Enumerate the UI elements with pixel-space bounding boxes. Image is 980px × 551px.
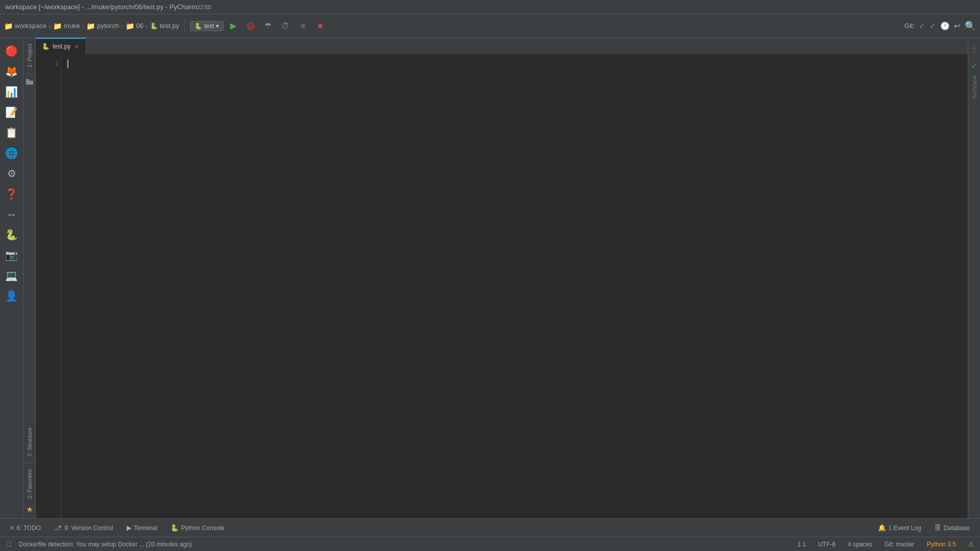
database-icon: 🗄 <box>935 524 941 532</box>
toolbar: 📁 workspace › 📁 muke › 📁 pytorch › 📁 06 … <box>0 14 980 38</box>
tabs-bar: 🐍 test.py ✕ <box>36 38 968 55</box>
sidebar-icon-pycharm[interactable]: 🐍 <box>3 226 21 244</box>
bottom-tab-todo[interactable]: ≡ 6: TODO <box>4 522 47 534</box>
breadcrumb-pytorch[interactable]: 📁 pytorch <box>86 22 119 30</box>
git-label: Git: <box>904 22 915 30</box>
main-layout: 🔴 🦊 📊 📝 📋 🌐 ⚙ ❓ ↔ 🐍 📷 💻 👤 1: Project 7: … <box>0 38 980 518</box>
panel-favorites[interactable]: 2: Favorites <box>26 467 34 500</box>
sidebar-icon-presentation[interactable]: 📋 <box>3 123 21 142</box>
time-display: 22:50 <box>197 4 211 10</box>
editor-area: 🐍 test.py ✕ 1 <box>36 38 968 518</box>
bottom-tab-vcs[interactable]: ⎇ 9: Version Control <box>48 522 119 534</box>
cursor-line <box>67 59 962 68</box>
breadcrumb-sep-1: › <box>48 22 51 30</box>
breadcrumb-06[interactable]: 📁 06 <box>126 22 143 30</box>
breadcrumb-testpy-label: test.py <box>160 22 179 30</box>
python-console-icon: 🐍 <box>170 524 179 532</box>
tab-label: test.py <box>53 43 70 50</box>
todo-icon: ≡ <box>10 524 14 532</box>
status-python[interactable]: Python 3.5 <box>927 541 956 548</box>
breadcrumb: 📁 workspace › 📁 muke › 📁 pytorch › 📁 06 … <box>4 22 179 30</box>
sidebar-icon-jetbrains[interactable]: 🔴 <box>3 42 21 60</box>
run-config-dropdown-icon: ▾ <box>216 22 219 30</box>
breadcrumb-sep-3: › <box>121 22 124 30</box>
sciview-panel: ✓ SciView <box>968 38 980 518</box>
folder-icon: 📁 <box>4 22 13 30</box>
line-numbers: 1 <box>36 55 61 518</box>
undo-button[interactable]: ↩ <box>954 21 961 31</box>
docker-close-button[interactable]: ☐ <box>6 541 12 548</box>
editor-text[interactable] <box>61 55 968 518</box>
git-check-2[interactable]: ✓ <box>929 21 936 31</box>
bottom-tab-database[interactable]: 🗄 Database <box>928 522 976 534</box>
sciview-label[interactable]: SciView <box>971 75 977 98</box>
run-config-label: test <box>204 22 214 30</box>
tab-testpy[interactable]: 🐍 test.py ✕ <box>36 38 86 54</box>
panel-folder-icon[interactable] <box>25 78 34 85</box>
title-bar-controls: 22:50 <box>197 4 211 10</box>
folder-icon-2: 📁 <box>53 22 62 30</box>
sidebar-icon-network[interactable]: ↔ <box>3 205 21 223</box>
sidebar-icon-camera[interactable]: 📷 <box>3 246 21 264</box>
run-config-icon: 🐍 <box>194 22 202 30</box>
bottom-tab-vcs-label: 9: Version Control <box>64 524 113 532</box>
breadcrumb-muke[interactable]: 📁 muke <box>53 22 80 30</box>
bottom-tab-terminal[interactable]: ▶ Terminal <box>120 522 163 534</box>
coverage-button[interactable]: ☂ <box>260 19 276 33</box>
docker-notification-bar: ☐ Dockerfile detection: You may setup Do… <box>0 537 980 551</box>
build-all-button[interactable]: ≡ <box>295 19 310 33</box>
sidebar-icon-help[interactable]: ❓ <box>3 185 21 203</box>
line-number-1: 1 <box>38 59 59 68</box>
breadcrumb-sep-4: › <box>145 22 148 30</box>
bottom-tab-terminal-label: Terminal <box>134 524 157 532</box>
breadcrumb-muke-label: muke <box>64 22 80 30</box>
bottom-tab-todo-label: 6: TODO <box>17 524 41 532</box>
bottom-tabs: ≡ 6: TODO ⎇ 9: Version Control ▶ Termina… <box>0 518 980 537</box>
event-log-icon: 🔔 <box>878 524 886 532</box>
profile-button[interactable]: ⏱ <box>278 19 293 33</box>
panel-project[interactable]: 1: Project <box>26 42 34 69</box>
breadcrumb-sep-2: › <box>82 22 85 30</box>
bottom-tab-database-label: Database <box>944 524 970 532</box>
bottom-tab-python-console-label: Python Console <box>181 524 225 532</box>
sidebar-icon-tools[interactable]: ⚙ <box>3 164 21 183</box>
run-config-selector[interactable]: 🐍 test ▾ <box>190 21 224 31</box>
title-text: workspace [~/workspace] - .../muke/pytor… <box>5 3 197 11</box>
breadcrumb-workspace[interactable]: 📁 workspace <box>4 22 46 30</box>
sidebar-icon-terminal[interactable]: 💻 <box>3 266 21 285</box>
sidebar-icon-person[interactable]: 👤 <box>3 287 21 305</box>
sidebar-icon-chrome[interactable]: 🌐 <box>3 144 21 162</box>
status-indent[interactable]: 4 spaces <box>848 541 872 548</box>
sidebar-icon-notes[interactable]: 📝 <box>3 103 21 121</box>
vcs-history-button[interactable]: 🕐 <box>940 21 950 31</box>
status-position[interactable]: 1:1 <box>797 541 806 548</box>
search-button[interactable]: 🔍 <box>965 20 976 32</box>
breadcrumb-testpy[interactable]: 🐍 test.py <box>150 22 179 30</box>
folder-icon-3: 📁 <box>86 22 95 30</box>
favorites-star-icon[interactable]: ★ <box>26 505 33 514</box>
panel-structure[interactable]: 7: Structure <box>26 425 34 459</box>
debug-button[interactable]: 🐞 <box>243 19 258 33</box>
sidebar-icon-firefox[interactable]: 🦊 <box>3 62 21 81</box>
tab-close-button[interactable]: ✕ <box>74 43 80 50</box>
status-git[interactable]: Git: master <box>885 541 915 548</box>
sidebar-icon-spreadsheet[interactable]: 📊 <box>3 83 21 101</box>
folder-icon-4: 📁 <box>126 22 134 30</box>
status-alert-icon[interactable]: ⚠ <box>968 541 974 548</box>
bottom-tab-event-log[interactable]: 🔔 1 Event Log <box>872 522 927 534</box>
text-cursor <box>67 60 68 68</box>
bottom-tabs-right: 🔔 1 Event Log 🗄 Database <box>872 522 976 534</box>
run-button[interactable]: ▶ <box>226 19 241 33</box>
breadcrumb-pytorch-label: pytorch <box>97 22 119 30</box>
bottom-tab-python-console[interactable]: 🐍 Python Console <box>164 522 231 534</box>
python-file-icon: 🐍 <box>150 22 158 30</box>
docker-message: Dockerfile detection: You may setup Dock… <box>19 541 793 548</box>
git-check-1[interactable]: ✓ <box>919 21 925 31</box>
vcs-icon: ⎇ <box>54 524 62 532</box>
editor-content: 1 <box>36 55 968 518</box>
sciview-checkmark[interactable]: ✓ <box>970 61 978 71</box>
terminal-tab-icon: ▶ <box>127 524 132 532</box>
status-encoding[interactable]: UTF-8 <box>818 541 836 548</box>
status-bar-right: 1:1 UTF-8 4 spaces Git: master Python 3.… <box>797 541 974 548</box>
stop-button[interactable]: ■ <box>312 19 328 33</box>
